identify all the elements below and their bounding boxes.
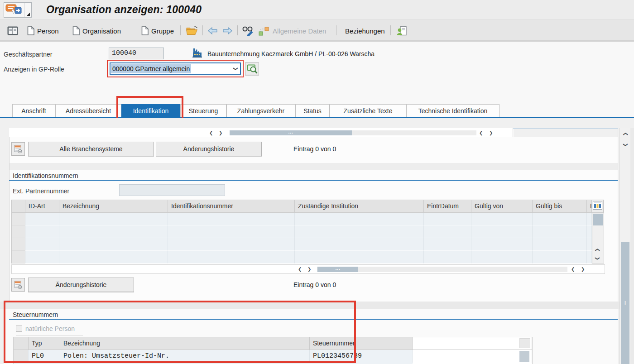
create-group-button[interactable]: Gruppe [141,25,174,36]
tab-zahlungsverkehr[interactable]: Zahlungsverkehr [226,104,295,117]
hide-list-icon [14,280,23,289]
person-document-icon [27,26,34,35]
toolbar-separator [237,25,238,35]
column-header[interactable]: Gültig von [471,200,533,213]
tab-adressuebersicht[interactable]: Adressübersicht [55,104,121,117]
column-header[interactable]: Identifikationsnummer [168,200,295,213]
column-header[interactable]: Zuständige Institution [295,200,424,213]
hide-list-button[interactable] [11,278,25,292]
column-header[interactable]: Typ [29,337,60,350]
tab-technische-identifikation[interactable]: Technische Identifikation [406,104,500,117]
scroll-down-button[interactable] [622,143,629,147]
row-selector-header[interactable] [12,200,25,213]
row-selector[interactable] [14,350,29,363]
identification-table-header: ID-Art Bezeichnung Identifikationsnummer… [12,200,604,213]
tab-identifikation[interactable]: Identifikation [121,104,180,117]
table-row[interactable]: PL0 Polen: Umsatzsteuer-Id-Nr. PL0123456… [14,350,532,363]
table-vscrollbar-top[interactable] [519,337,532,350]
tab-anschrift[interactable]: Anschrift [12,104,55,117]
combo-chevron-down-icon[interactable] [232,67,239,71]
scroll-right-button[interactable] [307,266,311,273]
hscrollbar-thumb[interactable] [230,130,352,135]
table-row[interactable] [12,213,592,225]
cell-typ[interactable]: PL0 [29,350,60,363]
tab-steuerung[interactable]: Steuerung [180,104,226,117]
tab-zusaetzliche-texte[interactable]: Zusätzliche Texte [330,104,406,117]
cell-steuernummer[interactable]: PL0123456789 [310,350,413,363]
vscrollbar-thumb[interactable] [593,214,603,225]
relationships-button[interactable]: Beziehungen [345,25,385,36]
table-row[interactable] [12,238,592,251]
section-underline [9,319,618,320]
scroll-right-button[interactable] [219,130,222,136]
page-title: Organisation anzeigen: 100040 [46,4,202,16]
scroll-up-button[interactable] [594,248,600,252]
table-vscrollbar[interactable] [519,350,532,363]
section-separator [0,302,620,309]
page-vscrollbar-thumb[interactable] [621,242,629,364]
role-lookup-button[interactable] [245,62,259,75]
business-partner-field[interactable]: 100040 [109,48,164,59]
ext-partner-field[interactable] [119,184,225,196]
relationships-label: Beziehungen [345,27,385,35]
entry-count: Eintrag 0 von 0 [293,145,336,153]
next-bp-button[interactable] [222,25,233,36]
table-row[interactable] [12,225,592,238]
scroll-up-button[interactable] [622,132,629,136]
scroll-right-button[interactable] [581,266,585,273]
organisation-document-icon [72,26,80,35]
create-organisation-button[interactable]: Organisation [72,25,121,36]
column-config-icon [593,201,602,210]
previous-bp-button[interactable] [207,25,218,36]
business-partner-name: Bauunternehmung Kaczmarek GmbH / PL-00-0… [207,50,375,57]
vscrollbar-thumb[interactable] [519,351,529,362]
column-header[interactable]: ID-Art [25,200,59,213]
page-vscrollbar[interactable] [620,128,630,364]
tax-numbers-table: Typ Bezeichnung Steuernummer PL0 Polen: … [13,337,533,364]
column-header[interactable]: Bezeichnung [60,337,310,350]
change-history-button[interactable]: Änderungshistorie [28,278,134,292]
table-vscrollbar[interactable] [592,213,604,263]
title-bar: Organisation anzeigen: 100040 [0,0,634,20]
scroll-left-button[interactable] [571,266,575,273]
change-history-button[interactable]: Änderungshistorie [156,142,262,156]
tab-label: Zusätzliche Texte [344,107,393,115]
table-configuration-button[interactable] [592,200,604,213]
tab-label: Steuerung [189,107,218,115]
table-row[interactable] [12,251,592,263]
scroll-row-filler [514,129,618,137]
overview-button[interactable] [7,25,18,36]
tab-status[interactable]: Status [295,104,330,117]
column-header[interactable]: Steuernummer [310,337,413,350]
column-header-truncated[interactable]: L [587,200,592,213]
scroll-left-button[interactable] [479,130,483,136]
column-header[interactable]: Gültig bis [533,200,587,213]
bp-relationships-icon-button[interactable] [397,25,407,36]
dropdown-corner-icon [27,13,30,16]
services-dropdown[interactable] [24,3,31,17]
hscrollbar-thumb[interactable] [317,267,358,272]
button-label: Änderungshistorie [183,145,235,153]
header-filler [413,337,519,350]
column-header[interactable]: Bezeichnung [59,200,168,213]
role-combobox[interactable]: 000000 GPartner allgemein [110,62,241,75]
tab-label: Zahlungsverkehr [237,107,284,115]
ident-section-title: Identifikationsnummern [13,172,78,179]
row-filler [413,350,519,363]
create-person-button[interactable]: Person [27,25,59,36]
sap-window: Organisation anzeigen: 100040 Person [0,0,634,364]
toolbar-separator [202,25,203,35]
open-bp-button[interactable] [186,25,198,36]
display-change-button[interactable] [242,25,255,36]
role-selected-value: 000000 GPartner allgemein [111,64,191,73]
all-industry-systems-button[interactable]: Alle Branchensysteme [28,142,154,156]
scroll-left-button[interactable] [209,130,213,136]
hide-list-button[interactable] [11,142,25,156]
column-header[interactable]: EintrDatum [424,200,471,213]
row-selector-header[interactable] [14,337,29,350]
gui-services-button[interactable] [4,2,32,18]
scroll-left-button[interactable] [298,266,302,273]
scroll-right-button[interactable] [489,130,493,136]
scroll-down-button[interactable] [594,257,600,260]
cell-bezeichnung[interactable]: Polen: Umsatzsteuer-Id-Nr. [60,350,310,363]
